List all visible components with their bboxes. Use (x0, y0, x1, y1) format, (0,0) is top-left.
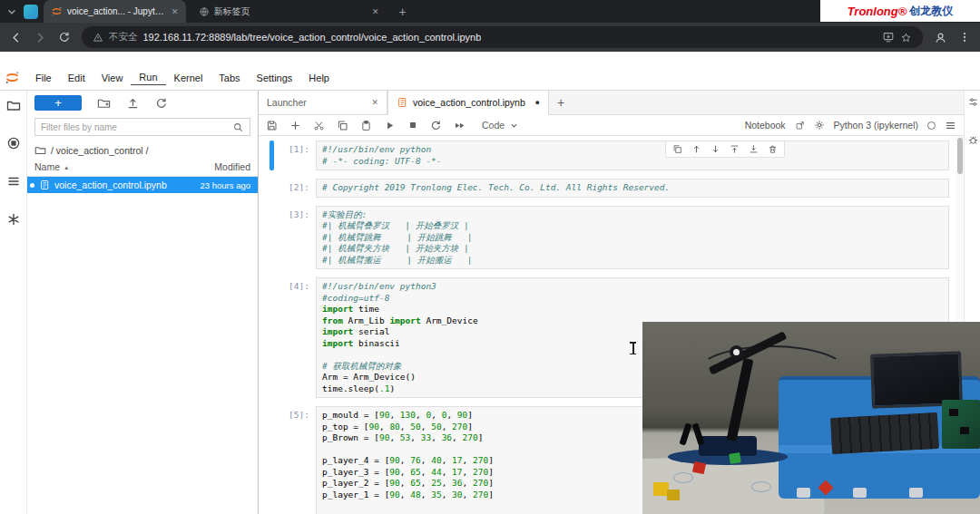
copy-cell-icon[interactable] (337, 120, 348, 131)
code-line[interactable]: import time (322, 304, 943, 315)
paste-cell-icon[interactable] (360, 120, 372, 131)
save-icon[interactable] (266, 120, 278, 131)
globe-favicon-icon (199, 6, 210, 17)
kernel-status-icon[interactable] (927, 121, 936, 130)
move-cell-down-icon[interactable] (710, 144, 720, 154)
delete-cell-icon[interactable] (768, 144, 778, 154)
code-line[interactable]: #| 机械臂跳舞 | 开始跳舞 | (322, 232, 943, 244)
url-text[interactable]: 192.168.11.72:8889/lab/tree/voice_action… (143, 32, 482, 43)
color-block-yellow (667, 490, 680, 500)
new-tab-button[interactable]: + (392, 5, 414, 19)
menu-file[interactable]: File (27, 73, 60, 85)
forward-icon[interactable] (34, 31, 47, 44)
menubar: File Edit View Run Kernel Tabs Settings … (27, 72, 338, 85)
insert-cell-below-icon[interactable] (749, 144, 759, 154)
restart-run-all-icon[interactable] (454, 120, 466, 131)
cell-execution-prompt: [3]: (274, 206, 316, 270)
tab-close-icon[interactable]: ✕ (372, 7, 379, 16)
extensions-icon[interactable] (6, 212, 21, 227)
bookmark-star-icon[interactable] (900, 32, 912, 44)
cell-execution-prompt: [5]: (274, 406, 316, 514)
code-line[interactable]: #coding=utf-8 (322, 293, 943, 305)
gripper-claw (679, 423, 691, 446)
notebook-toolbar: Code Notebook Python 3 (ipykernel) (259, 115, 964, 136)
file-browser-toolbar: + (27, 91, 258, 115)
kernel-name[interactable]: Python 3 (ipykernel) (834, 120, 918, 131)
browser-tab-title: 新标签页 (214, 5, 250, 18)
code-line[interactable]: #| 机械臂叠罗汉 | 开始叠罗汉 | (322, 220, 943, 232)
file-browser-icon[interactable] (6, 98, 21, 112)
tab-close-icon[interactable]: ✕ (371, 98, 378, 107)
scrollbar-thumb[interactable] (957, 138, 963, 174)
cell-type-dropdown[interactable]: Code (482, 120, 519, 131)
toolbar-menu-icon[interactable] (945, 120, 956, 131)
file-filter-box[interactable] (34, 118, 250, 136)
code-line[interactable]: #实验目的: (322, 209, 943, 221)
browser-tab-newtab[interactable]: 新标签页 ✕ (191, 0, 387, 23)
run-cell-icon[interactable] (384, 120, 396, 131)
refresh-icon[interactable] (155, 97, 168, 110)
column-name[interactable]: Name (34, 161, 60, 172)
debugger-icon[interactable] (967, 134, 979, 146)
code-line[interactable]: #| 机械臂夹方块 | 开始夹方块 | (322, 243, 943, 255)
restart-kernel-icon[interactable] (430, 120, 442, 131)
file-list-header: Name ▲ Modified (27, 160, 258, 177)
profile-avatar-icon[interactable] (934, 31, 947, 44)
breadcrumb-path[interactable]: / voice_action_control / (51, 145, 148, 156)
menu-tabs[interactable]: Tabs (211, 73, 248, 85)
open-external-icon[interactable] (795, 121, 805, 131)
add-tab-button[interactable]: + (549, 91, 573, 114)
gear-icon[interactable] (814, 120, 825, 131)
menu-help[interactable]: Help (300, 73, 338, 85)
running-sessions-icon[interactable] (6, 136, 21, 150)
tab-notebook[interactable]: voice_action_control.ipynb ● (387, 91, 549, 115)
menu-kernel[interactable]: Kernel (166, 73, 211, 85)
cut-cell-icon[interactable] (313, 120, 325, 131)
duplicate-cell-icon[interactable] (672, 144, 682, 154)
back-icon[interactable] (9, 31, 23, 44)
pinned-app-icon[interactable] (24, 5, 38, 19)
menu-view[interactable]: View (93, 73, 132, 85)
cell-editor[interactable]: # Copyright 2019 Tronlong Elec. Tech. Co… (316, 179, 949, 198)
servo-horn (733, 349, 740, 355)
new-launcher-button[interactable]: + (34, 95, 82, 111)
code-line[interactable]: #!/usr/bin/env python3 (322, 281, 943, 293)
install-app-icon[interactable] (882, 31, 895, 44)
code-line[interactable]: #| 机械臂搬运 | 开始搬运 | (322, 255, 943, 267)
code-cell[interactable]: [3]:#实验目的:#| 机械臂叠罗汉 | 开始叠罗汉 |#| 机械臂跳舞 | … (270, 206, 949, 270)
tab-close-icon[interactable]: ✕ (172, 7, 179, 16)
security-label[interactable]: 不安全 (109, 31, 138, 44)
code-line[interactable]: #!/usr/bin/env python (322, 144, 943, 156)
cell-editor[interactable]: #实验目的:#| 机械臂叠罗汉 | 开始叠罗汉 |#| 机械臂跳舞 | 开始跳舞… (316, 206, 949, 270)
file-filter-input[interactable] (41, 122, 229, 132)
file-modified: 23 hours ago (201, 180, 250, 190)
code-line[interactable]: # Copyright 2019 Tronlong Elec. Tech. Co… (322, 182, 943, 194)
move-cell-up-icon[interactable] (691, 144, 701, 154)
upload-icon[interactable] (126, 96, 140, 110)
property-inspector-icon[interactable] (967, 96, 979, 108)
insert-cell-above-icon[interactable] (730, 144, 740, 154)
browser-tab-jupyterlab[interactable]: voice_action... - JupyterLab ✕ (44, 0, 186, 23)
url-bar[interactable]: 不安全 192.168.11.72:8889/lab/tree/voice_ac… (82, 26, 923, 48)
table-of-contents-icon[interactable] (6, 174, 21, 189)
code-cell[interactable]: [1]:#!/usr/bin/env python# -*- coding: U… (270, 141, 949, 170)
insert-cell-icon[interactable] (289, 120, 301, 131)
breadcrumb[interactable]: / voice_action_control / (27, 141, 258, 160)
menu-settings[interactable]: Settings (249, 73, 301, 85)
new-folder-icon[interactable] (97, 96, 111, 110)
code-line[interactable]: # -*- coding: UTF-8 -*- (322, 156, 943, 168)
code-cell[interactable]: [2]:# Copyright 2019 Tronlong Elec. Tech… (270, 179, 949, 198)
interrupt-kernel-icon[interactable] (407, 120, 418, 131)
menu-run[interactable]: Run (131, 72, 165, 85)
tab-launcher[interactable]: Launcher ✕ (259, 91, 387, 114)
menu-edit[interactable]: Edit (60, 73, 93, 85)
file-row-selected[interactable]: voice_action_control.ipynb 23 hours ago (27, 177, 258, 193)
tab-search-chevron-icon[interactable] (5, 5, 18, 18)
cell-editor[interactable]: #!/usr/bin/env python# -*- coding: UTF-8… (316, 141, 949, 170)
column-modified[interactable]: Modified (214, 161, 250, 172)
watermark-brand-cn: 创龙教仪 (909, 4, 953, 19)
browser-menu-icon[interactable] (958, 31, 971, 44)
sort-ascending-icon[interactable]: ▲ (64, 164, 69, 170)
reload-icon[interactable] (58, 31, 71, 44)
watermark-brand-en: Tronlong® (848, 5, 907, 18)
